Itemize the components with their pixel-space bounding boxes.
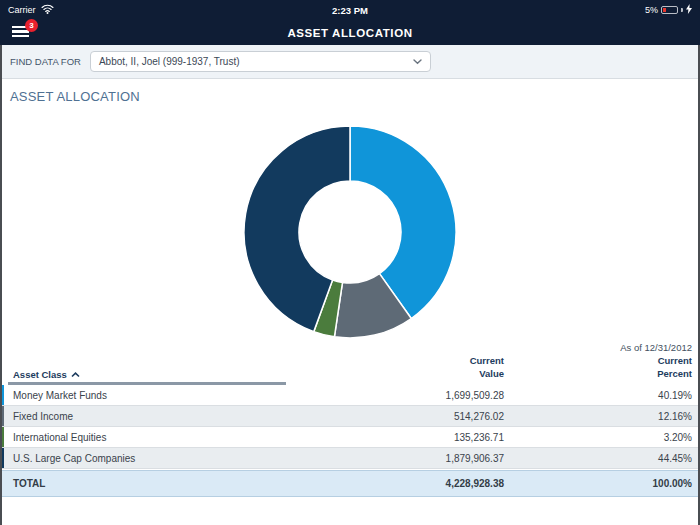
selected-client: Abbot, II, Joel (999-1937, Trust) [99, 56, 240, 67]
current-value-cell: 1,879,906.37 [324, 453, 504, 464]
current-value-cell: 514,276.02 [324, 411, 504, 422]
table-row: Fixed Income 514,276.02 12.16% [0, 406, 700, 427]
section-title: ASSET ALLOCATION [0, 79, 700, 104]
as-of-date: As of 12/31/2012 [0, 342, 700, 353]
chevron-down-icon [413, 56, 422, 67]
total-label: TOTAL [0, 478, 324, 489]
column-header-current-value[interactable]: Current Value [324, 355, 504, 380]
clock: 2:23 PM [0, 5, 700, 16]
hamburger-menu-button[interactable]: 3 [12, 26, 30, 40]
current-percent-cell: 12.16% [504, 411, 700, 422]
screen-left-edge [0, 45, 2, 525]
table-row: Money Market Funds 1,699,509.28 40.19% [0, 385, 700, 406]
current-percent-cell: 3.20% [504, 432, 700, 443]
table-row: International Equities 135,236.71 3.20% [0, 427, 700, 448]
notification-badge: 3 [25, 19, 38, 32]
client-selector-dropdown[interactable]: Abbot, II, Joel (999-1937, Trust) [90, 51, 431, 72]
sort-ascending-icon [71, 369, 80, 380]
column-header-asset-class[interactable]: Asset Class [0, 369, 324, 380]
asset-class-cell: Money Market Funds [4, 390, 324, 401]
chart-container [0, 124, 700, 340]
total-percent-cell: 100.00% [504, 478, 700, 489]
total-value-cell: 4,228,928.38 [324, 478, 504, 489]
sorted-column-underline [8, 382, 286, 385]
find-data-bar: FIND DATA FOR Abbot, II, Joel (999-1937,… [0, 45, 700, 79]
find-data-label: FIND DATA FOR [10, 56, 81, 67]
app-screen: Carrier 2:23 PM 5% 3 [0, 0, 700, 525]
asset-class-cell: Fixed Income [4, 411, 324, 422]
table-total-row: TOTAL 4,228,928.38 100.00% [0, 470, 700, 497]
carrier-label: Carrier [8, 5, 36, 15]
table-row: U.S. Large Cap Companies 1,879,906.37 44… [0, 448, 700, 469]
asset-class-cell: U.S. Large Cap Companies [4, 453, 324, 464]
column-header-current-percent[interactable]: Current Percent [504, 355, 700, 380]
donut-chart [242, 124, 458, 340]
status-bar: Carrier 2:23 PM 5% [0, 0, 700, 20]
current-value-cell: 135,236.71 [324, 432, 504, 443]
table-header: Asset Class Current Value Current Percen… [0, 353, 700, 385]
page-title: ASSET ALLOCATION [0, 27, 700, 39]
wifi-icon [41, 4, 54, 16]
asset-class-cell: International Equities [4, 432, 324, 443]
battery-icon [661, 6, 678, 15]
battery-percent: 5% [645, 5, 658, 15]
charging-bolt-icon [686, 4, 692, 16]
current-percent-cell: 40.19% [504, 390, 700, 401]
battery-nub [681, 8, 683, 12]
nav-bar: 3 ASSET ALLOCATION [0, 20, 700, 45]
current-percent-cell: 44.45% [504, 453, 700, 464]
current-value-cell: 1,699,509.28 [324, 390, 504, 401]
